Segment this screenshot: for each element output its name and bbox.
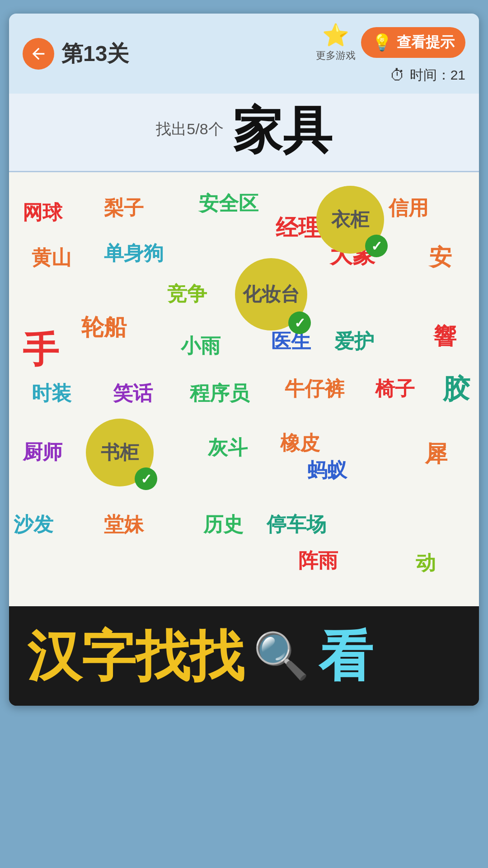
selected-word[interactable]: 衣柜✓ [316,186,384,254]
top-right-area: ⭐ 更多游戏 💡 查看提示 [316,23,465,62]
more-games-area[interactable]: ⭐ 更多游戏 [316,23,356,62]
word-item[interactable]: 程序员 [190,380,249,407]
word-item[interactable]: 牛仔裤 [285,376,344,402]
word-item[interactable]: 单身狗 [104,240,164,267]
word-item[interactable]: 时装 [32,380,71,407]
word-item[interactable]: 轮船 [81,312,127,343]
check-icon: ✓ [135,467,157,490]
bottom-banner: 汉字找找 🔍 看 [9,606,479,706]
word-item[interactable]: 灰斗 [208,434,248,461]
timer-icon: ⏱ [390,66,405,84]
back-button[interactable] [23,38,54,70]
star-icon: ⭐ [322,23,349,48]
word-item[interactable]: 历史 [203,511,243,538]
word-item[interactable]: 橡皮 [280,430,320,457]
timer-label: 时间：21 [410,66,465,85]
game-container: 第13关 ⭐ 更多游戏 💡 查看提示 ⏱ 时间：21 找出5/8个 家具 [9,14,479,706]
word-item[interactable]: 停车场 [267,511,326,538]
check-icon: ✓ [288,311,311,334]
banner-text-2: 看 [319,629,373,683]
word-item[interactable]: 椅子 [375,376,415,402]
word-item[interactable]: 笑话 [113,380,153,407]
hint-label: 查看提示 [397,33,455,52]
topic-area: 找出5/8个 家具 [9,94,479,172]
selected-word-label: 化妆台 [243,282,300,307]
header-right: ⭐ 更多游戏 💡 查看提示 ⏱ 时间：21 [316,23,465,85]
word-item[interactable]: 犀 [425,439,447,469]
word-item[interactable]: 胶 [443,371,470,408]
search-icon-large: 🔍 [253,629,310,683]
selected-word[interactable]: 书柜✓ [86,419,154,486]
selected-word-label: 衣柜 [331,207,369,232]
word-item[interactable]: 竞争 [167,281,207,307]
hint-bulb-icon: 💡 [372,33,392,52]
word-item[interactable]: 安 [429,242,452,273]
game-area: 汉字找找 🔍 看 网球梨子安全区信用黄山单身狗经理大象安竞争手轮船小雨医生爱护響… [9,172,479,706]
word-item[interactable]: 響 [434,321,456,352]
word-item[interactable]: 厨师 [23,439,62,466]
word-item[interactable]: 蚂蚁 [307,457,347,484]
topic-word: 家具 [233,103,332,157]
word-item[interactable]: 信用 [389,195,428,222]
timer-row: ⏱ 时间：21 [390,66,465,85]
selected-word-label: 书柜 [101,440,139,465]
level-label: 第13关 [61,39,129,68]
banner-text-1: 汉字找找 [27,629,244,683]
word-item[interactable]: 爱护 [334,328,374,355]
more-games-label: 更多游戏 [316,49,356,62]
check-icon: ✓ [365,235,388,257]
word-item[interactable]: 动 [416,550,436,576]
word-item[interactable]: 手 [23,326,59,375]
header: 第13关 ⭐ 更多游戏 💡 查看提示 ⏱ 时间：21 [9,14,479,94]
find-label: 找出5/8个 [156,119,223,140]
word-item[interactable]: 梨子 [104,195,144,222]
word-item[interactable]: 安全区 [199,190,258,217]
word-item[interactable]: 阵雨 [298,547,338,574]
header-left: 第13关 [23,38,129,70]
word-item[interactable]: 经理 [276,213,321,243]
word-item[interactable]: 网球 [23,199,62,226]
word-item[interactable]: 沙发 [14,511,53,538]
back-arrow-icon [29,45,47,63]
word-item[interactable]: 黄山 [32,245,71,271]
hint-button[interactable]: 💡 查看提示 [361,27,465,58]
word-item[interactable]: 小雨 [181,333,221,359]
selected-word[interactable]: 化妆台✓ [235,258,307,330]
word-item[interactable]: 堂妹 [104,511,144,538]
